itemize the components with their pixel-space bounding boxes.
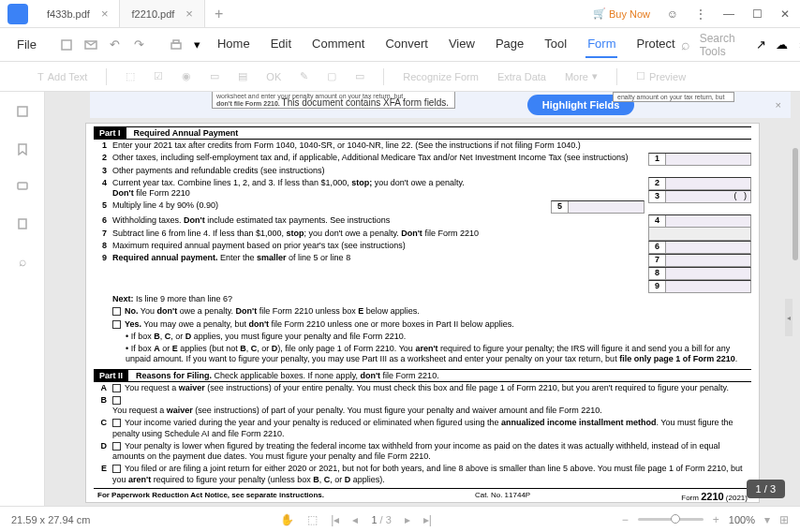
tab-tool[interactable]: Tool xyxy=(542,31,569,58)
recognize-form-button[interactable]: Recognize Form xyxy=(403,71,479,82)
redo-icon[interactable]: ↷ xyxy=(132,37,147,52)
tab-protect[interactable]: Protect xyxy=(634,31,676,58)
combobox-tool[interactable]: ▭ xyxy=(210,70,219,82)
undo-icon[interactable]: ↶ xyxy=(108,37,123,52)
buy-now-link[interactable]: 🛒 Buy Now xyxy=(587,7,656,20)
tab-convert[interactable]: Convert xyxy=(383,31,430,58)
zoom-level[interactable]: 100% xyxy=(729,514,755,525)
page-number-badge: 1 / 3 xyxy=(747,480,785,498)
tab-view[interactable]: View xyxy=(447,31,477,58)
share-icon[interactable]: ↗ xyxy=(756,37,767,52)
select-tool-icon[interactable]: ⬚ xyxy=(307,513,318,526)
bookmarks-icon[interactable] xyxy=(14,140,31,157)
menubar: File ↶ ↷ ▾ Home Edit Comment Convert Vie… xyxy=(0,28,800,62)
add-text-tool[interactable]: TAdd Text xyxy=(37,71,87,82)
tab-f433b[interactable]: f433b.pdf × xyxy=(36,0,120,27)
search-side-icon[interactable]: ⌕ xyxy=(14,253,31,270)
collapse-right-handle[interactable]: ◂ xyxy=(785,299,793,336)
tab-comment[interactable]: Comment xyxy=(310,31,366,58)
user-icon[interactable]: ☺ xyxy=(661,3,684,25)
checkbox-b[interactable] xyxy=(112,396,121,405)
titlebar: f433b.pdf × f2210.pdf × + 🛒 Buy Now ☺ ⋮ … xyxy=(0,0,800,28)
checkbox-no[interactable] xyxy=(112,307,121,316)
search-icon: ⌕ xyxy=(681,37,690,53)
button-tool[interactable]: OK xyxy=(266,71,281,82)
field-2[interactable] xyxy=(666,178,750,189)
close-banner-icon[interactable]: × xyxy=(776,99,781,111)
radio-tool[interactable]: ◉ xyxy=(182,70,191,82)
cart-icon: 🛒 xyxy=(593,7,606,20)
image-tool[interactable]: ▢ xyxy=(327,70,336,82)
mail-icon[interactable] xyxy=(83,37,98,52)
page-dimensions: 21.59 x 27.94 cm xyxy=(11,514,90,525)
svg-rect-0 xyxy=(62,40,71,50)
print-icon[interactable] xyxy=(170,37,183,52)
close-window-button[interactable]: ✕ xyxy=(774,3,796,25)
field-4[interactable] xyxy=(666,215,750,227)
left-sidebar: ⌕ xyxy=(0,92,45,506)
cloud-icon[interactable]: ☁ xyxy=(776,37,788,52)
xfa-banner: worksheet and enter your penalty amount … xyxy=(90,92,791,118)
fit-page-icon[interactable]: ⊞ xyxy=(779,513,789,526)
checkbox-a[interactable] xyxy=(112,384,121,392)
checkbox-d[interactable] xyxy=(112,442,121,451)
document-tabs: f433b.pdf × f2210.pdf × + xyxy=(36,0,587,27)
field-6[interactable] xyxy=(666,242,750,253)
checkbox-tool[interactable]: ☑ xyxy=(154,70,163,82)
tab-f2210[interactable]: f2210.pdf × xyxy=(120,0,204,27)
add-tab-button[interactable]: + xyxy=(205,0,232,27)
checkbox-c[interactable] xyxy=(112,419,121,427)
date-tool[interactable]: ▭ xyxy=(355,70,364,82)
page-input[interactable]: 1 / 3 xyxy=(371,514,391,525)
preview-checkbox[interactable]: ☐ Preview xyxy=(636,70,686,82)
more-button[interactable]: More ▾ xyxy=(565,70,598,82)
tab-form[interactable]: Form xyxy=(585,31,617,58)
save-icon[interactable] xyxy=(59,37,74,52)
app-logo-icon xyxy=(7,4,28,24)
thumbnails-icon[interactable] xyxy=(14,103,31,120)
minimize-button[interactable]: — xyxy=(718,3,740,25)
checkbox-yes[interactable] xyxy=(112,320,121,329)
listbox-tool[interactable]: ▤ xyxy=(238,70,247,82)
file-menu[interactable]: File xyxy=(9,34,44,55)
field-5[interactable] xyxy=(569,201,644,213)
document-viewport[interactable]: worksheet and enter your penalty amount … xyxy=(45,92,800,506)
tab-page[interactable]: Page xyxy=(494,31,526,58)
tab-label: f433b.pdf xyxy=(47,8,90,20)
last-page-icon[interactable]: ▸| xyxy=(423,513,432,526)
field-3[interactable]: ( ) xyxy=(666,191,750,202)
textfield-tool[interactable]: ⬚ xyxy=(126,70,135,82)
extra-data-button[interactable]: Extra Data xyxy=(497,71,546,82)
tab-home[interactable]: Home xyxy=(215,31,252,58)
signature-tool[interactable]: ✎ xyxy=(300,70,308,82)
zoom-dropdown-icon[interactable]: ▾ xyxy=(764,513,770,526)
dropdown-icon[interactable]: ▾ xyxy=(194,37,200,52)
page-footer: For Paperwork Reduction Act Notice, see … xyxy=(94,488,751,503)
prev-page-icon[interactable]: ◂ xyxy=(352,513,358,526)
svg-rect-5 xyxy=(18,183,27,189)
search-tools-input[interactable]: Search Tools xyxy=(700,32,747,58)
close-icon[interactable]: × xyxy=(185,7,193,21)
first-page-icon[interactable]: |◂ xyxy=(331,513,339,526)
svg-rect-2 xyxy=(171,43,181,49)
checkbox-e[interactable] xyxy=(112,465,121,473)
field-8[interactable] xyxy=(666,268,750,279)
kebab-icon[interactable]: ⋮ xyxy=(689,3,712,25)
next-page-icon[interactable]: ▸ xyxy=(405,513,410,526)
close-icon[interactable]: × xyxy=(101,7,109,21)
field-7[interactable] xyxy=(666,255,750,266)
field-1[interactable] xyxy=(666,154,750,165)
vertical-scrollbar[interactable] xyxy=(793,148,798,260)
tab-edit[interactable]: Edit xyxy=(269,31,293,58)
zoom-slider[interactable] xyxy=(638,518,704,521)
zoom-out-icon[interactable]: − xyxy=(622,513,629,526)
hand-tool-icon[interactable]: ✋ xyxy=(280,513,294,526)
main-area: ⌕ ▸ worksheet and enter your penalty amo… xyxy=(0,92,800,506)
attachments-icon[interactable] xyxy=(14,215,31,232)
maximize-button[interactable]: ☐ xyxy=(746,3,768,25)
svg-rect-3 xyxy=(173,40,179,43)
comments-icon[interactable] xyxy=(14,178,31,195)
zoom-in-icon[interactable]: + xyxy=(713,513,719,526)
part1-header: Part I Required Annual Payment xyxy=(94,126,751,140)
field-9[interactable] xyxy=(666,281,750,292)
